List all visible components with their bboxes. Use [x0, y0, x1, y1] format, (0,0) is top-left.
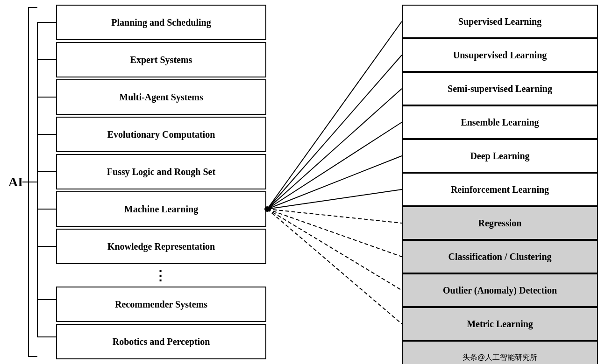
svg-line-15 — [267, 156, 402, 209]
box-ensemble: Ensemble Learning — [402, 105, 598, 139]
box-watermark: 头条@人工智能研究所 — [402, 341, 598, 364]
box-ml: Machine Learning — [56, 191, 266, 227]
box-knowledge: Knowledge Representation — [56, 229, 266, 264]
svg-line-19 — [267, 209, 402, 290]
ai-label: AI — [8, 175, 23, 189]
box-reinforcement: Reinforcement Learning — [402, 173, 598, 206]
left-boxes: Planning and Scheduling Expert Systems M… — [56, 5, 266, 359]
box-multiagent: Multi-Agent Systems — [56, 79, 266, 115]
svg-line-12 — [267, 55, 402, 209]
box-fussy: Fussy Logic and Rough Set — [56, 154, 266, 189]
svg-line-16 — [267, 189, 402, 209]
box-evolutionary: Evolutionary Computation — [56, 117, 266, 152]
box-unsupervised: Unsupervised Learning — [402, 38, 598, 72]
box-recommender: Recommender Systems — [56, 287, 266, 322]
svg-line-20 — [267, 209, 402, 324]
box-classification: Classification / Clustering — [402, 240, 598, 273]
diagram-container: AI Planning and Scheduling Expert System… — [0, 0, 598, 364]
box-planning: Planning and Scheduling — [56, 5, 266, 40]
box-deep: Deep Learning — [402, 139, 598, 173]
box-robotics: Robotics and Perception — [56, 324, 266, 359]
right-white-boxes: Supervised Learning Unsupervised Learnin… — [402, 5, 598, 206]
svg-line-17 — [267, 209, 402, 223]
dots-row: ⋮ — [56, 266, 266, 285]
box-metric: Metric Learning — [402, 307, 598, 341]
left-bracket — [28, 7, 29, 357]
box-outlier: Outlier (Anomaly) Detection — [402, 273, 598, 307]
right-gray-boxes: Regression Classification / Clustering O… — [402, 206, 598, 364]
box-supervised: Supervised Learning — [402, 5, 598, 38]
svg-line-13 — [267, 89, 402, 209]
svg-line-18 — [267, 209, 402, 257]
box-semisupervised: Semi-supervised Learning — [402, 72, 598, 105]
box-expert: Expert Systems — [56, 42, 266, 77]
svg-line-11 — [267, 21, 402, 209]
box-regression: Regression — [402, 206, 598, 240]
svg-line-14 — [267, 122, 402, 209]
